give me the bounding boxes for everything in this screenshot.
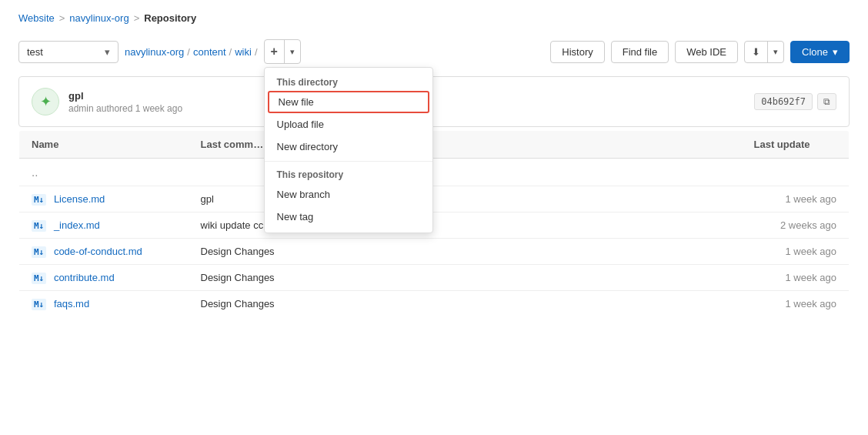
table-header-row: Name Last comm… Last update <box>19 131 850 159</box>
file-type-icon: M↓ <box>32 299 46 310</box>
download-icon: ⬇ <box>745 42 768 62</box>
add-button-container: + ▾ This directory New file Upload file … <box>264 39 301 64</box>
find-file-button[interactable]: Find file <box>611 41 669 63</box>
parent-dir-cell: .. <box>19 159 850 186</box>
file-link[interactable]: _index.md <box>54 219 100 231</box>
breadcrumb-sep-2: > <box>134 12 140 24</box>
branch-selector[interactable]: test ▾ <box>18 41 119 63</box>
file-name-cell: M↓ License.md <box>19 186 189 212</box>
path-sep-3: / <box>255 46 258 58</box>
commit-hash-badge: 04b692f7 <box>754 93 813 110</box>
clone-chevron-icon: ▾ <box>833 46 838 58</box>
file-commit-link[interactable]: Design Changes <box>201 298 275 310</box>
file-name-cell: M↓ contribute.md <box>19 265 189 291</box>
file-table: Name Last comm… Last update .. M↓ Licens… <box>18 130 850 317</box>
dropdown-this-repository-label: This repository <box>265 165 432 183</box>
file-commit-link[interactable]: Design Changes <box>201 272 275 283</box>
dropdown-this-directory-label: This directory <box>265 72 432 91</box>
file-name-cell: M↓ code-of-conduct.md <box>19 239 189 265</box>
commit-hash-area: 04b692f7 ⧉ <box>754 93 836 110</box>
branch-chevron-icon: ▾ <box>105 46 110 58</box>
dropdown-upload-file[interactable]: Upload file <box>265 113 432 136</box>
file-link[interactable]: code-of-conduct.md <box>54 246 142 257</box>
dropdown-new-branch[interactable]: New branch <box>265 183 432 206</box>
file-commit-link[interactable]: wiki update cc <box>201 219 264 231</box>
file-commit-cell: Design Changes <box>189 239 742 265</box>
breadcrumb-current: Repository <box>144 12 196 24</box>
col-header-update: Last update <box>742 131 850 159</box>
breadcrumb-sep-1: > <box>59 12 65 24</box>
path-content[interactable]: content <box>193 46 226 58</box>
file-link[interactable]: License.md <box>54 193 105 205</box>
table-row: .. <box>19 159 850 186</box>
download-button[interactable]: ⬇ ▾ <box>744 41 784 63</box>
breadcrumb: Website > navylinux-org > Repository <box>18 12 850 24</box>
toolbar: test ▾ navylinux-org / content / wiki / … <box>18 39 850 64</box>
table-row: M↓ contribute.md Design Changes 1 week a… <box>19 265 850 291</box>
add-dropdown-chevron-icon: ▾ <box>285 42 300 62</box>
dropdown-new-tag[interactable]: New tag <box>265 206 432 228</box>
add-dropdown-menu: This directory New file Upload file New … <box>264 67 433 233</box>
file-type-icon: M↓ <box>32 194 46 206</box>
file-commit-cell: Design Changes <box>189 265 742 291</box>
dropdown-divider <box>265 161 432 162</box>
avatar-icon: ✦ <box>40 93 52 110</box>
add-button[interactable]: + ▾ <box>264 39 301 64</box>
file-commit-link[interactable]: gpl <box>201 193 214 205</box>
copy-hash-button[interactable]: ⧉ <box>817 93 836 110</box>
file-time-cell: 1 week ago <box>742 239 850 265</box>
web-ide-button[interactable]: Web IDE <box>675 41 738 63</box>
file-commit-link[interactable]: Design Changes <box>201 246 275 257</box>
dropdown-new-file[interactable]: New file <box>268 91 429 113</box>
path-sep-2: / <box>229 46 232 58</box>
file-time-cell: 2 weeks ago <box>742 212 850 239</box>
commit-card: ✦ gpl admin authored 1 week ago 04b692f7… <box>18 76 850 127</box>
path-nav: navylinux-org / content / wiki / <box>125 46 258 58</box>
table-row: M↓ code-of-conduct.md Design Changes 1 w… <box>19 239 850 265</box>
clone-label: Clone <box>802 46 828 58</box>
clone-button[interactable]: Clone ▾ <box>790 41 850 63</box>
file-commit-cell: Design Changes <box>189 291 742 317</box>
file-link[interactable]: faqs.md <box>54 298 89 310</box>
breadcrumb-website[interactable]: Website <box>18 12 55 24</box>
col-header-name: Name <box>19 131 189 159</box>
file-time-cell: 1 week ago <box>742 291 850 317</box>
commit-meta-text: authored <box>96 103 135 114</box>
plus-icon: + <box>265 40 285 63</box>
file-type-icon: M↓ <box>32 246 46 258</box>
file-type-icon: M↓ <box>32 220 46 232</box>
breadcrumb-org[interactable]: navylinux-org <box>69 12 129 24</box>
table-row: M↓ _index.md wiki update cc 2 weeks ago <box>19 212 850 239</box>
file-name-cell: M↓ _index.md <box>19 212 189 239</box>
file-time-cell: 1 week ago <box>742 265 850 291</box>
dropdown-new-directory[interactable]: New directory <box>265 136 432 158</box>
path-sep-1: / <box>187 46 190 58</box>
file-type-icon: M↓ <box>32 273 46 284</box>
branch-name: test <box>27 46 43 58</box>
download-chevron-icon: ▾ <box>768 42 783 62</box>
file-time-cell: 1 week ago <box>742 186 850 212</box>
table-row: M↓ License.md gpl 1 week ago <box>19 186 850 212</box>
avatar: ✦ <box>32 88 59 115</box>
file-name-cell: M↓ faqs.md <box>19 291 189 317</box>
commit-time: 1 week ago <box>135 103 182 114</box>
table-row: M↓ faqs.md Design Changes 1 week ago <box>19 291 850 317</box>
history-button[interactable]: History <box>550 41 604 63</box>
path-wiki[interactable]: wiki <box>235 46 252 58</box>
file-link[interactable]: contribute.md <box>54 272 115 283</box>
commit-author: admin <box>68 103 94 114</box>
path-org[interactable]: navylinux-org <box>125 46 184 58</box>
